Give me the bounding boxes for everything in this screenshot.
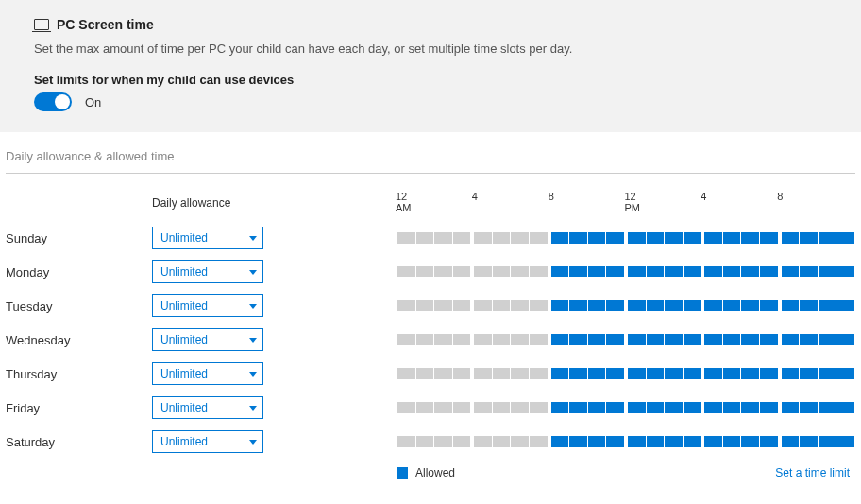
time-slot[interactable]: [782, 368, 800, 379]
time-slot[interactable]: [530, 300, 548, 311]
time-slot[interactable]: [474, 436, 492, 447]
time-slot[interactable]: [416, 232, 434, 244]
limits-toggle[interactable]: [34, 92, 72, 111]
time-slot[interactable]: [551, 402, 569, 413]
time-slot[interactable]: [453, 300, 471, 311]
time-slot[interactable]: [741, 300, 759, 311]
time-slot[interactable]: [453, 334, 471, 345]
time-slot[interactable]: [453, 368, 471, 379]
time-slot[interactable]: [704, 402, 722, 413]
time-slot[interactable]: [760, 232, 778, 244]
time-slot[interactable]: [397, 266, 415, 277]
time-slot[interactable]: [819, 266, 836, 277]
time-slot[interactable]: [782, 402, 800, 413]
time-slot[interactable]: [530, 266, 548, 277]
time-slot[interactable]: [416, 368, 434, 379]
time-slot[interactable]: [551, 368, 569, 379]
time-slot[interactable]: [474, 402, 492, 413]
time-slot[interactable]: [723, 402, 741, 413]
time-slot[interactable]: [647, 266, 665, 277]
time-slot[interactable]: [606, 300, 624, 311]
time-slot[interactable]: [416, 300, 434, 311]
time-slot[interactable]: [800, 266, 818, 277]
time-slot[interactable]: [474, 334, 492, 345]
time-slot[interactable]: [819, 368, 836, 379]
time-slot-row[interactable]: [397, 300, 855, 311]
time-slot[interactable]: [493, 300, 511, 311]
time-slot[interactable]: [569, 334, 587, 345]
time-slot[interactable]: [628, 232, 646, 244]
time-slot[interactable]: [606, 402, 624, 413]
time-slot-row[interactable]: [397, 266, 855, 277]
time-slot[interactable]: [704, 368, 722, 379]
time-slot[interactable]: [434, 368, 452, 379]
time-slot[interactable]: [741, 232, 759, 244]
time-slot[interactable]: [588, 402, 606, 413]
time-slot[interactable]: [684, 334, 701, 345]
time-slot[interactable]: [397, 232, 415, 244]
time-slot[interactable]: [453, 402, 471, 413]
time-slot[interactable]: [819, 436, 836, 447]
time-slot[interactable]: [723, 436, 741, 447]
time-slot[interactable]: [800, 334, 818, 345]
time-slot[interactable]: [416, 334, 434, 345]
time-slot[interactable]: [800, 300, 818, 311]
time-slot[interactable]: [704, 436, 722, 447]
time-slot[interactable]: [493, 436, 511, 447]
time-slot[interactable]: [493, 368, 511, 379]
time-slot[interactable]: [511, 436, 529, 447]
allowance-select[interactable]: Unlimited: [152, 227, 263, 249]
allowance-select[interactable]: Unlimited: [152, 362, 263, 385]
time-slot[interactable]: [684, 266, 701, 277]
time-slot[interactable]: [511, 368, 529, 379]
time-slot[interactable]: [511, 334, 529, 345]
time-slot[interactable]: [474, 232, 492, 244]
time-slot[interactable]: [569, 300, 587, 311]
time-slot[interactable]: [760, 334, 778, 345]
time-slot[interactable]: [704, 232, 722, 244]
time-slot[interactable]: [606, 436, 624, 447]
time-slot[interactable]: [819, 402, 836, 413]
time-slot[interactable]: [704, 266, 722, 277]
time-slot[interactable]: [800, 368, 818, 379]
time-slot[interactable]: [800, 402, 818, 413]
time-slot[interactable]: [704, 334, 722, 345]
time-slot[interactable]: [647, 300, 665, 311]
allowance-select[interactable]: Unlimited: [152, 260, 263, 283]
time-slot[interactable]: [551, 232, 569, 244]
time-slot[interactable]: [474, 266, 492, 277]
time-slot[interactable]: [665, 436, 683, 447]
time-slot[interactable]: [684, 232, 701, 244]
time-slot[interactable]: [665, 402, 683, 413]
time-slot[interactable]: [551, 300, 569, 311]
time-slot[interactable]: [628, 334, 646, 345]
time-slot[interactable]: [782, 266, 800, 277]
time-slot[interactable]: [588, 232, 606, 244]
time-slot[interactable]: [530, 368, 548, 379]
time-slot[interactable]: [530, 436, 548, 447]
time-slot[interactable]: [416, 436, 434, 447]
time-slot[interactable]: [819, 232, 836, 244]
time-slot[interactable]: [836, 334, 854, 345]
time-slot[interactable]: [836, 266, 854, 277]
time-slot[interactable]: [606, 368, 624, 379]
time-slot[interactable]: [723, 300, 741, 311]
time-slot[interactable]: [782, 436, 800, 447]
time-slot[interactable]: [836, 436, 854, 447]
time-slot[interactable]: [760, 402, 778, 413]
time-slot[interactable]: [397, 402, 415, 413]
time-slot[interactable]: [723, 334, 741, 345]
time-slot[interactable]: [569, 402, 587, 413]
time-slot[interactable]: [741, 402, 759, 413]
set-time-limit-link[interactable]: Set a time limit: [775, 466, 850, 479]
time-slot[interactable]: [474, 300, 492, 311]
time-slot[interactable]: [628, 436, 646, 447]
time-slot[interactable]: [434, 402, 452, 413]
time-slot[interactable]: [493, 266, 511, 277]
time-slot[interactable]: [453, 266, 471, 277]
time-slot[interactable]: [511, 266, 529, 277]
allowance-select[interactable]: Unlimited: [152, 396, 263, 419]
time-slot[interactable]: [434, 232, 452, 244]
time-slot[interactable]: [684, 436, 701, 447]
time-slot[interactable]: [723, 368, 741, 379]
